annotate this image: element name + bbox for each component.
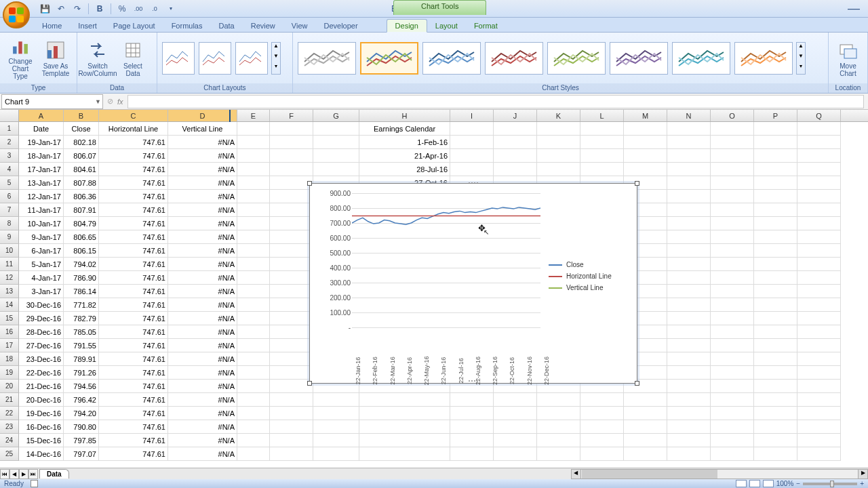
cell[interactable] bbox=[494, 434, 537, 447]
cell[interactable]: #N/A bbox=[168, 434, 237, 447]
cell[interactable]: 23-Dec-16 bbox=[19, 352, 64, 366]
cell[interactable]: Close bbox=[64, 122, 99, 136]
cell[interactable] bbox=[313, 447, 359, 461]
cell[interactable] bbox=[237, 352, 270, 366]
cell[interactable] bbox=[754, 407, 797, 420]
ribbon-tab-data[interactable]: Data bbox=[210, 20, 242, 32]
cell[interactable] bbox=[667, 339, 711, 352]
cell[interactable] bbox=[667, 285, 711, 298]
cell[interactable] bbox=[237, 203, 270, 217]
cell[interactable] bbox=[667, 407, 711, 420]
cell[interactable]: 28-Dec-16 bbox=[19, 325, 64, 339]
cell[interactable] bbox=[237, 271, 270, 285]
cell[interactable] bbox=[754, 393, 797, 407]
column-header[interactable]: I bbox=[450, 110, 494, 121]
row-header[interactable]: 14 bbox=[0, 298, 19, 312]
cell[interactable]: #N/A bbox=[168, 366, 237, 380]
cell[interactable] bbox=[450, 163, 494, 176]
cell[interactable] bbox=[313, 136, 359, 149]
cell[interactable] bbox=[797, 258, 841, 271]
cell[interactable] bbox=[237, 380, 270, 393]
cell[interactable]: 747.61 bbox=[99, 271, 168, 285]
cell[interactable]: 22-Dec-16 bbox=[19, 366, 64, 380]
cell[interactable] bbox=[711, 352, 754, 366]
cell[interactable]: 786.14 bbox=[64, 285, 99, 298]
cell[interactable] bbox=[624, 163, 667, 176]
cell[interactable] bbox=[711, 420, 754, 434]
zoom-level[interactable]: 100% bbox=[776, 480, 794, 487]
cell[interactable] bbox=[797, 285, 841, 298]
cell[interactable] bbox=[313, 393, 359, 407]
chart-style-thumb[interactable] bbox=[360, 42, 418, 75]
horizontal-scrollbar[interactable]: ◀ ▶ bbox=[571, 469, 868, 479]
chart-layout-thumb[interactable] bbox=[199, 42, 231, 75]
cell[interactable] bbox=[754, 380, 797, 393]
cell[interactable] bbox=[270, 325, 313, 339]
row-header[interactable]: 1 bbox=[0, 122, 19, 136]
cell[interactable] bbox=[754, 447, 797, 461]
row-header[interactable]: 24 bbox=[0, 434, 19, 447]
page-layout-view-button[interactable] bbox=[749, 480, 760, 487]
column-header[interactable]: P bbox=[754, 110, 797, 121]
row-header[interactable]: 6 bbox=[0, 190, 19, 203]
cell[interactable]: Horizontal Line bbox=[99, 122, 168, 136]
row-header[interactable]: 21 bbox=[0, 393, 19, 407]
cell[interactable]: 747.61 bbox=[99, 258, 168, 271]
ribbon-tab-home[interactable]: Home bbox=[34, 20, 70, 32]
ribbon-tab-review[interactable]: Review bbox=[243, 20, 283, 32]
cell[interactable] bbox=[754, 434, 797, 447]
cell[interactable] bbox=[450, 122, 494, 136]
cell[interactable] bbox=[624, 149, 667, 163]
cell[interactable] bbox=[237, 447, 270, 461]
cell[interactable] bbox=[754, 163, 797, 176]
chart-plot-area[interactable] bbox=[352, 193, 540, 327]
cell[interactable] bbox=[797, 244, 841, 258]
cell[interactable]: 747.61 bbox=[99, 244, 168, 258]
cell[interactable]: 790.80 bbox=[64, 420, 99, 434]
cell[interactable] bbox=[313, 149, 359, 163]
cell[interactable] bbox=[624, 122, 667, 136]
column-header[interactable]: B bbox=[64, 110, 99, 121]
cell[interactable] bbox=[754, 271, 797, 285]
row-header[interactable]: 2 bbox=[0, 136, 19, 149]
cell[interactable] bbox=[450, 420, 494, 434]
cell[interactable] bbox=[797, 312, 841, 325]
cell[interactable] bbox=[270, 230, 313, 244]
change-chart-type-button[interactable]: Change Chart Type bbox=[4, 35, 37, 81]
cell[interactable]: 747.61 bbox=[99, 325, 168, 339]
cell[interactable]: 20-Dec-16 bbox=[19, 393, 64, 407]
chart-style-thumb[interactable] bbox=[610, 42, 668, 75]
undo-icon[interactable]: ↶ bbox=[54, 3, 68, 15]
cell[interactable]: 804.79 bbox=[64, 217, 99, 230]
cell[interactable] bbox=[754, 312, 797, 325]
last-sheet-icon[interactable]: ⏭ bbox=[28, 469, 38, 479]
cell[interactable] bbox=[270, 393, 313, 407]
cell[interactable] bbox=[624, 434, 667, 447]
cell[interactable] bbox=[667, 325, 711, 339]
cell[interactable] bbox=[797, 447, 841, 461]
cell[interactable] bbox=[237, 258, 270, 271]
cell[interactable]: 807.88 bbox=[64, 176, 99, 190]
cell[interactable] bbox=[667, 380, 711, 393]
cell[interactable] bbox=[313, 163, 359, 176]
cell[interactable] bbox=[667, 190, 711, 203]
cell[interactable] bbox=[667, 434, 711, 447]
cell[interactable] bbox=[667, 352, 711, 366]
cell[interactable]: #N/A bbox=[168, 298, 237, 312]
row-header[interactable]: 15 bbox=[0, 312, 19, 325]
cell[interactable] bbox=[270, 149, 313, 163]
ribbon-tab-format[interactable]: Format bbox=[466, 20, 506, 32]
name-box[interactable]: Chart 9 ▼ bbox=[1, 94, 103, 109]
cell[interactable] bbox=[580, 393, 624, 407]
cell[interactable] bbox=[237, 136, 270, 149]
cell[interactable] bbox=[537, 407, 580, 420]
cell[interactable] bbox=[237, 298, 270, 312]
cell[interactable] bbox=[754, 285, 797, 298]
chart-layout-thumb[interactable] bbox=[162, 42, 195, 75]
cell[interactable] bbox=[711, 244, 754, 258]
cell[interactable] bbox=[270, 203, 313, 217]
layout-gallery-more[interactable]: ▲▼▾ bbox=[271, 42, 281, 75]
cell[interactable] bbox=[624, 447, 667, 461]
cell[interactable] bbox=[580, 447, 624, 461]
cell[interactable] bbox=[711, 217, 754, 230]
